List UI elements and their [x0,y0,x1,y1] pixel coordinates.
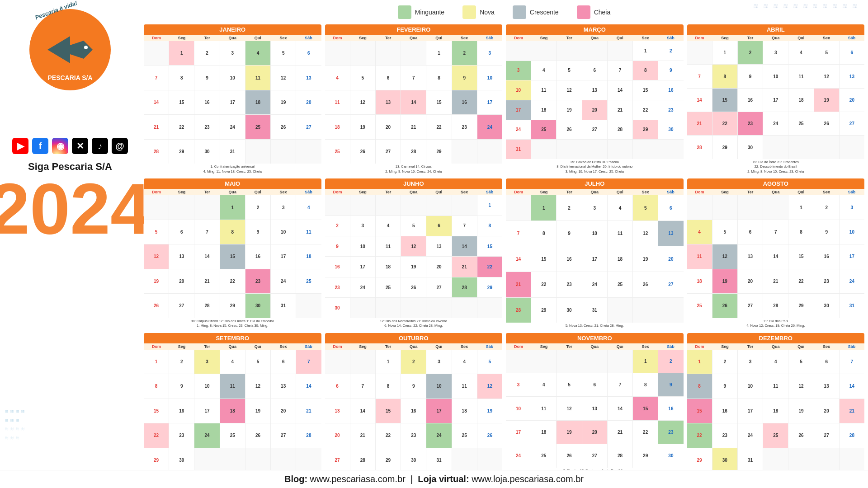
cal-cell-day: 25 [376,277,401,297]
cal-cell-day: 20 [325,423,350,447]
day-header-sáb: Sáb [658,343,683,350]
month-calendar: DomSegTerQuaQuiSexSáb1234567891011121314… [506,189,684,329]
day-header-qua: Qua [220,343,245,350]
cal-cell-day: 26 [144,294,169,318]
cal-cell-empty [531,350,556,373]
day-header-qua: Qua [401,343,426,350]
cal-cell-day: 16 [814,244,839,268]
month-calendar: DomSegTerQuaQuiSexSáb1234567891011121314… [144,35,321,175]
cal-cell-day: 19 [712,269,737,293]
cal-cell-day: 29 [376,448,401,472]
cal-cell-day: 31 [220,140,245,164]
month-title: JUNHO [325,178,503,189]
cal-cell-day: 31 [582,298,607,323]
day-header-qui: Qui [788,343,814,350]
cal-cell-day: 2 [452,41,477,65]
cal-cell-day: 5 [401,216,426,236]
cal-cell-day: 14 [687,89,712,112]
cal-cell-day: 5 [788,350,813,374]
day-header-sex: Sex [814,189,839,195]
cal-cell-day: 7 [687,65,712,88]
twitter-icon[interactable]: ✕ [72,138,88,154]
threads-icon[interactable]: @ [112,138,128,154]
cal-cell-day: 16 [738,89,763,112]
day-header-dom: Dom [506,35,531,41]
cal-cell-day: 10 [582,221,607,246]
cal-cell-day: 9 [814,220,839,244]
cal-cell-day: 11 [531,80,556,100]
cal-cell-day: 12 [477,374,502,398]
facebook-icon[interactable]: f [32,138,48,154]
cal-cell-day: 11 [245,66,270,89]
cal-cell-day: 2 [738,41,763,64]
cal-cell-empty [452,298,477,318]
day-header-seg: Seg [350,35,376,41]
cal-cell-day: 30 [658,120,683,140]
cal-body: 1234567891011121314151617181920212223242… [144,350,321,472]
day-header-qui: Qui [788,35,814,41]
day-header-ter: Ter [557,35,582,41]
cal-cell-day: 19 [557,421,581,444]
cal-cell-day: 15 [169,90,194,114]
month-notes: 11: Dia dos Pais 4: Nova 12: Cresc. 19: … [687,318,865,329]
cal-cell-day: 14 [506,246,531,272]
cal-cell-day: 13 [376,90,401,114]
cal-cell-empty [296,294,321,318]
cal-cell-day: 1 [144,350,169,374]
day-header-seg: Seg [712,35,738,41]
month-title: JANEIRO [144,24,321,35]
cal-cell-day: 3 [763,41,788,64]
cal-cell-day: 10 [840,220,864,244]
cal-cell-day: 2 [169,350,194,374]
cal-cell-day: 21 [144,115,169,139]
cal-cell-day: 22 [788,269,813,293]
youtube-icon[interactable]: ▶ [12,138,28,154]
cal-cell-day: 25 [531,444,556,467]
cal-cell-day: 8 [687,374,712,398]
cal-cell-day: 24 [763,112,788,135]
cal-cell-empty [452,140,477,164]
cal-cell-empty [350,298,375,318]
cal-cell-day: 17 [271,244,296,268]
cal-cell-day: 5 [144,220,169,244]
cal-cell-day: 21 [350,423,375,447]
cal-cell-day: 20 [814,399,839,423]
cal-cell-day: 7 [350,374,375,398]
cal-cell-day: 6 [582,373,607,396]
cal-cell-empty [426,298,451,318]
cal-cell-day: 26 [814,112,839,135]
cal-cell-empty [712,195,737,219]
cal-cell-day: 11 [296,220,321,244]
cal-cell-day: 19 [144,269,169,293]
cal-cell-empty [788,136,813,159]
cal-cell-day: 9 [452,66,477,89]
cal-cell-day: 15 [633,80,658,100]
cal-cell-day: 6 [814,350,839,374]
cal-cell-day: 4 [763,350,788,374]
day-header-sáb: Sáb [839,35,864,41]
cal-cell-day: 28 [452,277,477,297]
cal-cell-day: 10 [271,220,296,244]
tiktok-icon[interactable]: ♪ [92,138,108,154]
cal-cell-day: 17 [506,100,531,120]
cal-cell-day: 27 [582,120,607,140]
cal-body: 1234567891011121314151617181920212223242… [506,350,684,468]
cal-cell-day: 23 [658,100,683,120]
cal-cell-day: 21 [506,272,531,297]
day-header-qua: Qua [401,35,426,41]
month-calendar: DomSegTerQuaQuiSexSáb1234567891011121314… [687,343,865,483]
cal-cell-day: 19 [814,89,839,112]
day-header-ter: Ter [376,343,401,350]
crescente-label: Crescente [530,9,559,16]
cal-cell-day: 15 [220,244,245,268]
cal-cell-day: 20 [658,246,683,272]
cal-cell-day: 22 [712,112,737,135]
minguante-dot [398,5,411,19]
cal-cell-day: 6 [426,216,451,236]
instagram-icon[interactable]: ◉ [52,138,68,154]
cal-cell-day: 20 [738,269,763,293]
cal-cell-day: 18 [452,399,477,423]
cal-cell-empty [557,140,581,159]
cal-cell-empty [350,41,375,65]
cal-cell-day: 24 [350,277,375,297]
